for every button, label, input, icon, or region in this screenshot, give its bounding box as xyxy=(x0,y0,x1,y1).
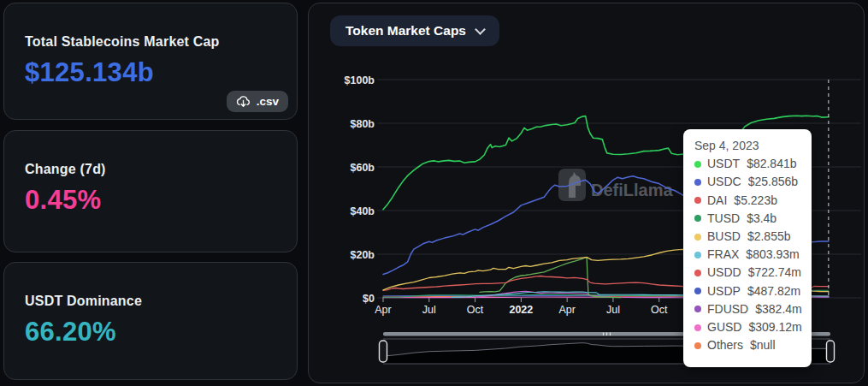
series-color-dot xyxy=(694,306,701,312)
chart-tooltip: Sep 4, 2023 USDT$82.841bUSDC$25.856bDAI$… xyxy=(683,129,812,367)
stat-card-change-7d: Change (7d) 0.45% xyxy=(3,130,298,252)
tooltip-row-frax: FRAX$803.93m xyxy=(694,246,812,264)
token-value: $382.4m xyxy=(755,300,801,318)
token-value: $803.93m xyxy=(746,246,799,264)
token-value: $722.74m xyxy=(748,264,801,282)
token-name: FDUSD xyxy=(707,300,748,318)
token-value: $3.4b xyxy=(747,210,776,228)
tooltip-row-fdusd: FDUSD$382.4m xyxy=(694,300,812,318)
tooltip-row-usdc: USDC$25.856b xyxy=(694,173,812,191)
stablecoins-dashboard: Total Stablecoins Market Cap $125.134b .… xyxy=(0,0,868,386)
x-axis-label: Jul xyxy=(606,304,620,316)
tooltip-row-usdp: USDP$487.82m xyxy=(694,282,812,300)
token-value: $null xyxy=(750,336,776,354)
y-axis-label: $20b xyxy=(351,249,375,261)
csv-button-label: .csv xyxy=(257,95,279,108)
token-name: DAI xyxy=(707,192,727,210)
x-axis-label: Oct xyxy=(467,304,484,316)
stat-title: USDT Dominance xyxy=(25,294,276,309)
token-name: Others xyxy=(707,336,743,354)
stat-value: 0.45% xyxy=(25,185,276,216)
stat-value: 66.20% xyxy=(25,317,276,347)
token-name: FRAX xyxy=(707,246,739,264)
tooltip-row-usdd: USDD$722.74m xyxy=(694,264,812,282)
token-name: GUSD xyxy=(707,318,741,336)
brush-handle-right[interactable] xyxy=(827,341,835,362)
token-name: USDP xyxy=(707,282,741,300)
tooltip-row-gusd: GUSD$309.12m xyxy=(694,318,812,336)
series-color-dot xyxy=(694,234,701,241)
token-name: USDD xyxy=(707,264,741,282)
token-name: TUSD xyxy=(707,210,740,228)
defillama-watermark: DefiLlama xyxy=(558,169,673,201)
x-axis-label: Apr xyxy=(375,304,391,316)
series-color-dot xyxy=(694,197,701,204)
tooltip-row-dai: DAI$5.223b xyxy=(694,192,812,210)
tooltip-rows: USDT$82.841bUSDC$25.856bDAI$5.223bTUSD$3… xyxy=(694,155,812,354)
x-axis-label: 2022 xyxy=(509,304,533,316)
token-name: USDC xyxy=(707,173,741,191)
series-color-dot xyxy=(694,179,701,186)
token-value: $82.841b xyxy=(747,155,796,173)
x-axis-label: Apr xyxy=(558,304,575,316)
stat-card-usdt-dominance: USDT Dominance 66.20% xyxy=(3,262,298,380)
brush-handle-left[interactable] xyxy=(380,341,387,362)
tooltip-row-busd: BUSD$2.855b xyxy=(694,228,812,246)
y-axis-label: $40b xyxy=(351,205,375,217)
y-axis-label: $60b xyxy=(351,162,375,174)
token-value: $2.855b xyxy=(747,228,791,246)
series-color-dot xyxy=(694,215,701,222)
y-axis-label: $0 xyxy=(363,293,375,305)
y-axis-label: $80b xyxy=(351,118,375,130)
series-color-dot xyxy=(694,342,701,349)
cloud-download-icon xyxy=(236,95,251,108)
stat-value: $125.134b xyxy=(25,57,276,88)
token-value: $309.12m xyxy=(748,318,801,336)
x-axis-label: Jul xyxy=(422,304,436,316)
token-name: USDT xyxy=(707,155,740,173)
series-color-dot xyxy=(694,324,701,331)
token-value: $487.82m xyxy=(747,282,800,300)
series-color-dot xyxy=(694,288,701,294)
x-axis: AprJulOct2022AprJulOct xyxy=(375,298,668,316)
y-axis-label: $100b xyxy=(345,74,375,86)
tooltip-row-others: Others$null xyxy=(694,336,812,354)
series-color-dot xyxy=(694,252,701,258)
stat-title: Change (7d) xyxy=(25,162,276,177)
watermark-label: DefiLlama xyxy=(591,181,673,199)
download-csv-button[interactable]: .csv xyxy=(227,91,288,112)
series-color-dot xyxy=(694,270,701,276)
x-axis-label: Oct xyxy=(651,304,668,316)
stat-card-total-market-cap: Total Stablecoins Market Cap $125.134b .… xyxy=(3,3,298,120)
token-name: BUSD xyxy=(707,228,741,246)
y-axis: $100b$80b$60b$40b$20b$0 xyxy=(345,74,375,305)
tooltip-date: Sep 4, 2023 xyxy=(694,137,812,155)
tooltip-row-usdt: USDT$82.841b xyxy=(694,155,812,173)
tooltip-row-tusd: TUSD$3.4b xyxy=(694,210,812,228)
chart-panel: Token Market Caps DefiLlama $100b$80b$60… xyxy=(308,3,865,383)
stat-title: Total Stablecoins Market Cap xyxy=(25,34,276,50)
token-value: $25.856b xyxy=(748,173,798,191)
token-value: $5.223b xyxy=(734,192,777,210)
series-color-dot xyxy=(694,161,701,168)
